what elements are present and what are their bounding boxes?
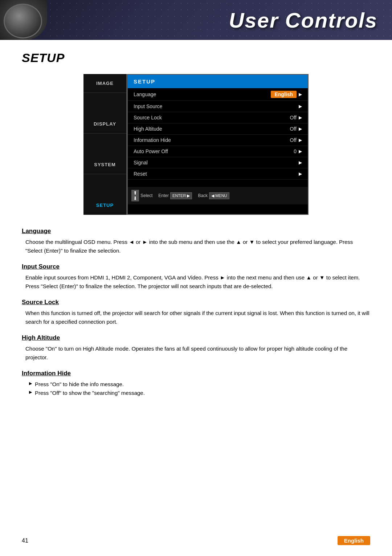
nav-item-display[interactable]: Display (83, 115, 126, 134)
section-body-language: Choose the multilingual OSD menu. Press … (22, 238, 370, 255)
nav-item-system[interactable]: System (83, 155, 126, 174)
menu-label-source-lock: Source Lock (134, 115, 290, 120)
bottom-bar-select: ⬆⬇ Select (131, 190, 152, 201)
arrow-high-altitude: ▶ (299, 126, 302, 131)
select-icon: ⬆⬇ (131, 190, 139, 201)
section-source-lock: Source Lock When this function is turned… (22, 299, 370, 326)
menu-screenshot: Image Display System Setup SETUP Languag… (22, 74, 370, 215)
info-hide-item-2: Press "Off" to show the "searching" mess… (29, 389, 370, 397)
section-body-input-source: Enable input sources from HDMI 1, HDMI 2… (22, 273, 370, 291)
back-label: Back (198, 193, 208, 198)
arrow-input-source: ▶ (299, 104, 302, 109)
menu-value-high-altitude: Off (290, 126, 297, 132)
section-body-high-altitude: Choose "On" to turn on High Altitude mod… (22, 344, 370, 362)
page-header: User Controls (0, 0, 392, 40)
english-footer-badge: English (338, 536, 370, 545)
menu-label-auto-power-off: Auto Power Off (134, 148, 294, 154)
menu-label-high-altitude: High Altitude (134, 126, 290, 132)
arrow-language: ▶ (299, 92, 302, 97)
menu-item-auto-power-off[interactable]: Auto Power Off 0 ▶ (128, 146, 308, 157)
menu-label-reset: Reset (134, 171, 299, 177)
menu-label-input-source: Input Source (134, 103, 299, 109)
page-title: User Controls (229, 8, 377, 32)
page-footer: 41 English (0, 536, 392, 545)
section-title-language: Language (22, 228, 370, 235)
section-title-info-hide: Information Hide (22, 370, 370, 377)
page-number: 41 (22, 537, 28, 544)
select-label: Select (140, 193, 152, 198)
arrow-info-hide: ▶ (299, 138, 302, 143)
menu-value-language: English (271, 91, 297, 98)
menu-label-info-hide: Information Hide (134, 137, 290, 143)
section-list-info-hide: Press "On" to hide the info message. Pre… (22, 380, 370, 397)
menu-item-source-lock[interactable]: Source Lock Off ▶ (128, 112, 308, 123)
section-body-source-lock: When this function is turned off, the pr… (22, 309, 370, 326)
info-hide-item-1: Press "On" to hide the info message. (29, 380, 370, 389)
arrow-auto-power-off: ▶ (299, 149, 302, 154)
back-button[interactable]: ◀ MENU (209, 192, 229, 199)
arrow-source-lock: ▶ (299, 115, 302, 120)
menu-item-info-hide[interactable]: Information Hide Off ▶ (128, 135, 308, 146)
menu-value-auto-power-off: 0 (294, 148, 297, 154)
menu-item-high-altitude[interactable]: High Altitude Off ▶ (128, 123, 308, 135)
menu-label-signal: Signal (134, 160, 299, 165)
menu-header: SETUP (128, 75, 308, 88)
section-title-source-lock: Source Lock (22, 299, 370, 306)
page-content: SETUP Image Display System Setup SETUP (0, 40, 392, 427)
right-menu: SETUP Language English ▶ Input Source ▶ … (127, 74, 309, 215)
bottom-bar-enter: Enter ENTER ▶ (158, 192, 192, 199)
nav-item-image[interactable]: Image (83, 74, 126, 93)
enter-button[interactable]: ENTER ▶ (170, 192, 192, 199)
setup-heading: SETUP (22, 51, 370, 65)
section-info-hide: Information Hide Press "On" to hide the … (22, 370, 370, 397)
lens-decoration (0, 0, 47, 40)
section-title-input-source: Input Source (22, 263, 370, 270)
menu-bottom-bar: ⬆⬇ Select Enter ENTER ▶ Back ◀ MENU (128, 187, 308, 204)
left-nav: Image Display System Setup (83, 74, 127, 215)
menu-value-info-hide: Off (290, 137, 297, 143)
enter-label: Enter (158, 193, 169, 198)
section-title-high-altitude: High Altitude (22, 334, 370, 342)
section-high-altitude: High Altitude Choose "On" to turn on Hig… (22, 334, 370, 362)
menu-label-language: Language (134, 91, 271, 97)
section-input-source: Input Source Enable input sources from H… (22, 263, 370, 291)
section-language: Language Choose the multilingual OSD men… (22, 228, 370, 255)
nav-item-setup[interactable]: Setup (83, 196, 126, 215)
bottom-bar-back: Back ◀ MENU (198, 192, 229, 199)
arrow-signal: ▶ (299, 160, 302, 165)
menu-item-signal[interactable]: Signal ▶ (128, 157, 308, 168)
menu-item-reset[interactable]: Reset ▶ (128, 168, 308, 180)
menu-item-input-source[interactable]: Input Source ▶ (128, 101, 308, 112)
arrow-reset: ▶ (299, 171, 302, 176)
menu-item-language[interactable]: Language English ▶ (128, 88, 308, 101)
menu-value-source-lock: Off (290, 115, 297, 120)
menu-outer: Image Display System Setup SETUP Languag… (83, 74, 309, 215)
